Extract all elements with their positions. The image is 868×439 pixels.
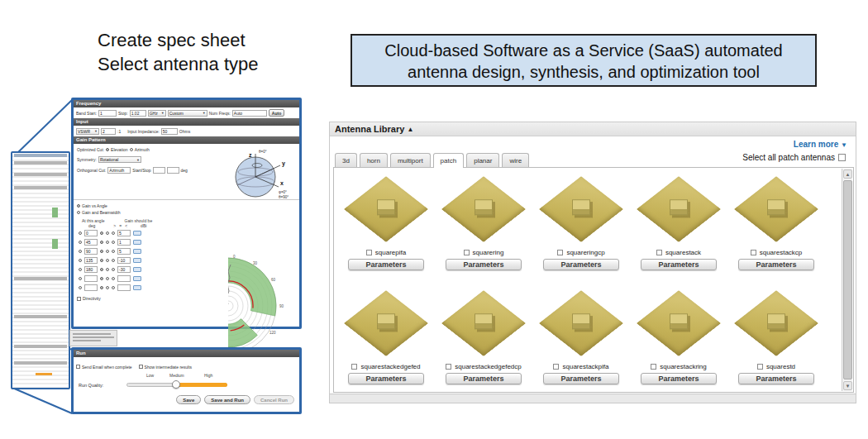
orthogonal-cut-input[interactable]: Azimuth	[107, 167, 131, 174]
row-action-button[interactable]	[133, 258, 141, 263]
op-eq-radio[interactable]	[106, 277, 109, 280]
show-intermediate-checkbox[interactable]	[139, 365, 143, 369]
parameters-button[interactable]: Parameters	[738, 373, 814, 384]
unit-dropdown[interactable]: GHz▼	[148, 110, 166, 117]
send-email-checkbox[interactable]	[76, 365, 80, 369]
antenna-thumbnail[interactable]	[343, 174, 429, 244]
row-select-radio[interactable]	[79, 231, 82, 235]
antenna-checkbox[interactable]	[757, 364, 763, 370]
metric-value-input[interactable]: 2	[101, 128, 116, 135]
stop-input[interactable]: 1.02	[130, 110, 146, 117]
op-eq-radio[interactable]	[106, 241, 109, 244]
parameters-button[interactable]: Parameters	[348, 259, 424, 270]
auto-button[interactable]: Auto	[269, 109, 284, 117]
tab-3d[interactable]: 3d	[335, 153, 357, 168]
antenna-checkbox[interactable]	[651, 364, 656, 370]
op-lt-radio[interactable]	[112, 259, 115, 262]
gain-input[interactable]: -10	[117, 257, 131, 264]
antenna-thumbnail[interactable]	[343, 289, 429, 358]
row-select-radio[interactable]	[79, 268, 82, 271]
angle-input[interactable]: 180	[84, 266, 98, 273]
op-lt-radio[interactable]	[112, 231, 115, 235]
antenna-thumbnail[interactable]	[636, 289, 722, 358]
antenna-thumbnail[interactable]	[733, 289, 819, 358]
antenna-thumbnail[interactable]	[441, 174, 527, 244]
parameters-button[interactable]: Parameters	[738, 259, 814, 270]
run-quality-slider[interactable]: Low Medium High	[126, 373, 227, 391]
antenna-thumbnail[interactable]	[733, 174, 819, 244]
scroll-down-icon[interactable]: ▼	[843, 381, 852, 390]
start-input[interactable]	[153, 167, 165, 174]
gain-input[interactable]: 1	[117, 239, 131, 246]
op-lt-radio[interactable]	[112, 250, 115, 253]
tab-planar[interactable]: planar	[466, 153, 499, 168]
elevation-radio[interactable]	[106, 148, 109, 151]
collapse-icon[interactable]: ▲	[407, 126, 413, 133]
antenna-thumbnail[interactable]	[636, 174, 722, 244]
row-select-radio[interactable]	[79, 286, 82, 289]
parameters-button[interactable]: Parameters	[641, 259, 717, 270]
row-action-button[interactable]	[133, 276, 141, 281]
gain-input[interactable]: -30	[117, 266, 131, 273]
antenna-checkbox[interactable]	[464, 250, 470, 255]
op-lt-radio[interactable]	[112, 286, 115, 289]
angle-input[interactable]: 0	[84, 230, 98, 236]
op-gt-radio[interactable]	[100, 241, 103, 244]
op-eq-radio[interactable]	[106, 250, 109, 253]
impedance-input[interactable]: 50	[161, 128, 178, 135]
slider-handle[interactable]	[172, 380, 180, 389]
metric-dropdown[interactable]: VSWR▼	[76, 128, 99, 135]
angle-input[interactable]	[84, 275, 98, 282]
op-eq-radio[interactable]	[106, 231, 109, 235]
angle-input[interactable]: 135	[84, 257, 98, 264]
op-lt-radio[interactable]	[112, 241, 115, 244]
stop-angle-input[interactable]	[167, 167, 179, 174]
gain-beamwidth-radio[interactable]	[77, 211, 80, 214]
parameters-button[interactable]: Parameters	[543, 373, 619, 384]
row-select-radio[interactable]	[79, 241, 82, 244]
save-and-run-button[interactable]: Save and Run	[204, 395, 250, 404]
antenna-checkbox[interactable]	[446, 364, 451, 370]
scroll-up-icon[interactable]: ▲	[843, 169, 852, 179]
op-eq-radio[interactable]	[106, 259, 109, 262]
angle-input[interactable]: 90	[84, 248, 98, 255]
row-action-button[interactable]	[133, 231, 141, 236]
parameters-button[interactable]: Parameters	[543, 259, 619, 270]
antenna-checkbox[interactable]	[656, 250, 662, 255]
gain-vs-angle-radio[interactable]	[77, 204, 80, 208]
angle-input[interactable]: 45	[84, 239, 98, 246]
row-action-button[interactable]	[133, 249, 141, 254]
sweep-dropdown[interactable]: Custom▼	[168, 110, 207, 117]
row-action-button[interactable]	[133, 285, 141, 290]
op-eq-radio[interactable]	[106, 268, 109, 271]
op-lt-radio[interactable]	[112, 277, 115, 280]
parameters-button[interactable]: Parameters	[348, 373, 424, 384]
op-gt-radio[interactable]	[100, 231, 103, 235]
scrollbar-thumb[interactable]	[843, 180, 852, 379]
antenna-thumbnail[interactable]	[538, 289, 624, 358]
antenna-thumbnail[interactable]	[538, 174, 624, 244]
gain-input[interactable]: 5	[117, 248, 131, 255]
num-freqs-input[interactable]: Auto	[232, 110, 267, 117]
tab-multiport[interactable]: multiport	[390, 153, 431, 168]
gain-input[interactable]	[117, 284, 131, 291]
row-select-radio[interactable]	[79, 259, 82, 262]
tab-patch[interactable]: patch	[433, 153, 465, 168]
angle-input[interactable]	[84, 284, 98, 291]
symmetry-dropdown[interactable]: Rotational▼	[98, 156, 141, 163]
select-all-checkbox[interactable]	[838, 154, 846, 161]
op-lt-radio[interactable]	[112, 268, 115, 271]
antenna-checkbox[interactable]	[366, 250, 372, 255]
learn-more-link[interactable]: Learn more ▼	[794, 140, 847, 149]
row-select-radio[interactable]	[79, 250, 82, 253]
save-button[interactable]: Save	[176, 395, 201, 404]
antenna-checkbox[interactable]	[557, 250, 563, 255]
vertical-scrollbar[interactable]: ▲ ▼	[842, 169, 852, 391]
azimuth-radio[interactable]	[130, 148, 133, 151]
op-gt-radio[interactable]	[100, 286, 103, 289]
tab-horn[interactable]: horn	[360, 153, 388, 168]
antenna-thumbnail[interactable]	[441, 289, 527, 358]
row-action-button[interactable]	[133, 240, 141, 245]
gain-input[interactable]	[117, 275, 131, 282]
row-action-button[interactable]	[133, 267, 141, 272]
